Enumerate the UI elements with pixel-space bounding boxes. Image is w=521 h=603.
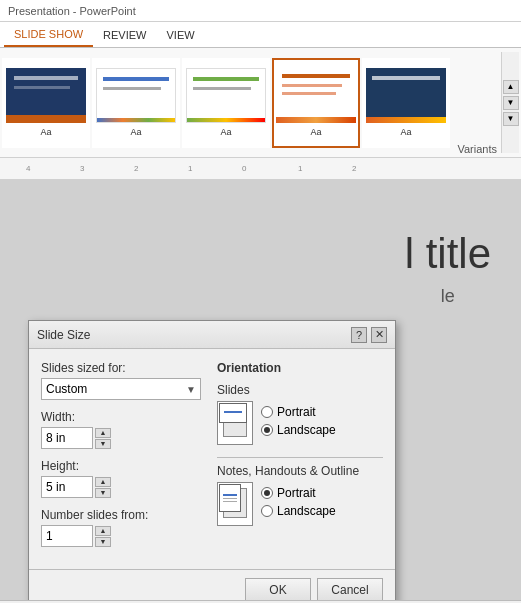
ruler-tick-4: 4 xyxy=(26,164,30,173)
slide-size-dialog: Slide Size ? ✕ Slides sized for: Custom … xyxy=(28,320,396,600)
slides-sized-for-group: Slides sized for: Custom ▼ xyxy=(41,361,201,400)
height-spin-buttons: ▲ ▼ xyxy=(95,477,111,498)
width-label: Width: xyxy=(41,410,201,424)
slides-portrait-label: Portrait xyxy=(277,405,316,419)
slides-icon-pages xyxy=(219,403,251,443)
tab-view[interactable]: VIEW xyxy=(156,22,204,47)
theme-thumb-3 xyxy=(186,68,266,123)
notes-orientation-section: Notes, Handouts & Outline xyxy=(217,464,383,526)
number-slides-spinner: ▲ ▼ xyxy=(41,525,201,547)
notes-orientation-row: Portrait Landscape xyxy=(217,482,383,526)
number-slides-spin-up[interactable]: ▲ xyxy=(95,526,111,536)
height-group: Height: ▲ ▼ xyxy=(41,459,201,498)
ruler-tick-1r: 1 xyxy=(298,164,302,173)
theme2-label: Aa xyxy=(130,127,141,137)
theme4-label: Aa xyxy=(310,127,321,137)
dialog-title: Slide Size xyxy=(37,328,90,342)
width-input[interactable] xyxy=(41,427,93,449)
theme-thumb-1 xyxy=(6,68,86,123)
dialog-close-button[interactable]: ✕ xyxy=(371,327,387,343)
slides-landscape-option[interactable]: Landscape xyxy=(261,423,336,437)
notes-landscape-option[interactable]: Landscape xyxy=(261,504,336,518)
cancel-button[interactable]: Cancel xyxy=(317,578,383,600)
notes-orientation-icon xyxy=(217,482,253,526)
top-bar: Presentation - PowerPoint xyxy=(0,0,521,22)
notes-landscape-radio[interactable] xyxy=(261,505,273,517)
notes-landscape-label: Landscape xyxy=(277,504,336,518)
dialog-help-button[interactable]: ? xyxy=(351,327,367,343)
modal-overlay: Slide Size ? ✕ Slides sized for: Custom … xyxy=(0,180,521,600)
theme-item-2[interactable]: Aa xyxy=(92,58,180,148)
theme-item-4[interactable]: Aa xyxy=(272,58,360,148)
ruler-tick-2r: 2 xyxy=(352,164,356,173)
select-arrow-icon: ▼ xyxy=(186,384,196,395)
slides-orientation-row: Portrait Landscape xyxy=(217,401,383,445)
number-slides-input[interactable] xyxy=(41,525,93,547)
number-slides-spin-buttons: ▲ ▼ xyxy=(95,526,111,547)
slides-subsection-label: Slides xyxy=(217,383,383,397)
ok-button[interactable]: OK xyxy=(245,578,311,600)
width-spinner: ▲ ▼ xyxy=(41,427,201,449)
theme-list: Aa Aa Aa xyxy=(2,58,501,148)
themes-scroll-expand[interactable]: ▼ xyxy=(503,112,519,126)
orientation-divider xyxy=(217,457,383,458)
tab-review[interactable]: REVIEW xyxy=(93,22,156,47)
dialog-left-column: Slides sized for: Custom ▼ Width: ▲ xyxy=(41,361,201,557)
ruler-tick-1: 1 xyxy=(188,164,192,173)
slides-portrait-option[interactable]: Portrait xyxy=(261,405,336,419)
slides-orientation-subsection: Slides xyxy=(217,383,383,445)
notes-portrait-radio[interactable] xyxy=(261,487,273,499)
theme-item-5[interactable]: Aa xyxy=(362,58,450,148)
notes-orientation-subsection: Notes, Handouts & Outline xyxy=(217,464,383,526)
orientation-section-title: Orientation xyxy=(217,361,383,375)
ruler-content: 4 3 2 1 0 1 2 xyxy=(4,158,517,179)
slides-sized-for-label: Slides sized for: xyxy=(41,361,201,375)
slides-orientation-section: Slides xyxy=(217,383,383,445)
ruler: 4 3 2 1 0 1 2 xyxy=(0,158,521,180)
number-slides-label: Number slides from: xyxy=(41,508,201,522)
theme-item-1[interactable]: Aa xyxy=(2,58,90,148)
dialog-footer: OK Cancel xyxy=(29,569,395,600)
notes-page-front xyxy=(219,484,241,512)
height-spin-down[interactable]: ▼ xyxy=(95,488,111,498)
themes-scroll-down[interactable]: ▼ xyxy=(503,96,519,110)
height-spinner: ▲ ▼ xyxy=(41,476,201,498)
height-input[interactable] xyxy=(41,476,93,498)
ruler-tick-3: 3 xyxy=(80,164,84,173)
notes-portrait-option[interactable]: Portrait xyxy=(261,486,336,500)
ruler-tick-0: 0 xyxy=(242,164,246,173)
notes-portrait-label: Portrait xyxy=(277,486,316,500)
slides-sized-for-select[interactable]: Custom ▼ xyxy=(41,378,201,400)
height-label: Height: xyxy=(41,459,201,473)
theme5-label: Aa xyxy=(400,127,411,137)
ruler-tick-2: 2 xyxy=(134,164,138,173)
height-spin-up[interactable]: ▲ xyxy=(95,477,111,487)
theme-thumb-2 xyxy=(96,68,176,123)
themes-scroll: ▲ ▼ ▼ xyxy=(501,52,519,153)
theme-thumb-5 xyxy=(366,68,446,123)
notes-radio-options: Portrait Landscape xyxy=(261,482,336,518)
width-spin-down[interactable]: ▼ xyxy=(95,439,111,449)
variants-label: Variants xyxy=(457,143,497,155)
width-spin-up[interactable]: ▲ xyxy=(95,428,111,438)
slides-portrait-radio[interactable] xyxy=(261,406,273,418)
theme-thumb-4 xyxy=(276,68,356,123)
number-slides-spin-down[interactable]: ▼ xyxy=(95,537,111,547)
dialog-body: Slides sized for: Custom ▼ Width: ▲ xyxy=(29,349,395,569)
dialog-right-column: Orientation Slides xyxy=(217,361,383,557)
slides-landscape-label: Landscape xyxy=(277,423,336,437)
width-spin-buttons: ▲ ▼ xyxy=(95,428,111,449)
width-group: Width: ▲ ▼ xyxy=(41,410,201,449)
theme3-label: Aa xyxy=(220,127,231,137)
main-area: l title le Slide Size ? ✕ Slides sized f… xyxy=(0,180,521,600)
tab-slideshow[interactable]: SLIDE SHOW xyxy=(4,22,93,47)
notes-subsection-label: Notes, Handouts & Outline xyxy=(217,464,383,478)
dialog-titlebar[interactable]: Slide Size ? ✕ xyxy=(29,321,395,349)
themes-scroll-up[interactable]: ▲ xyxy=(503,80,519,94)
dialog-controls: ? ✕ xyxy=(351,327,387,343)
slides-landscape-radio[interactable] xyxy=(261,424,273,436)
theme-item-3[interactable]: Aa xyxy=(182,58,270,148)
slides-sized-for-value: Custom xyxy=(46,382,87,396)
theme1-label: Aa xyxy=(40,127,51,137)
page-front xyxy=(219,403,247,423)
